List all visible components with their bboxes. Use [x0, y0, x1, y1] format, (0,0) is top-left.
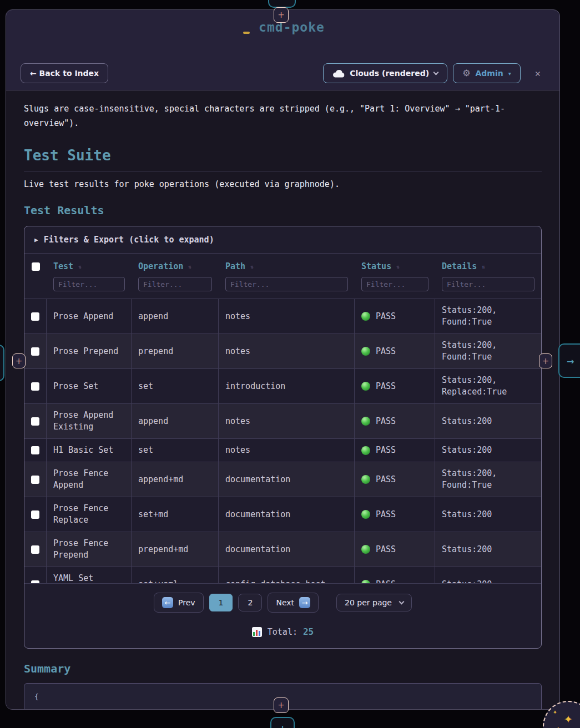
cell-operation: append	[132, 299, 219, 333]
status-label: PASS	[376, 416, 396, 427]
row-checkbox[interactable]	[31, 545, 39, 554]
filter-input-operation[interactable]	[138, 277, 212, 291]
pass-status-dot	[361, 580, 370, 583]
row-checkbox[interactable]	[31, 580, 39, 584]
cell-details: Status:200	[435, 439, 541, 462]
crystal-ball-icon	[241, 21, 253, 33]
table-row: H1 Basic Set set notes PASS Status:200	[24, 438, 541, 462]
right-arrow-icon: →	[299, 597, 310, 608]
clouds-dropdown-label: Clouds (rendered)	[350, 69, 429, 78]
top-add-button[interactable]: +	[274, 7, 289, 23]
sort-icon: ⇅	[482, 264, 485, 270]
cell-path: notes	[219, 334, 355, 368]
cell-details: Status:200	[435, 404, 541, 438]
prev-label: Prev	[178, 598, 195, 607]
page-content: Slugs are case-insensitive, special char…	[6, 90, 559, 710]
table-row: YAML Set Nested set+yaml config.database…	[24, 567, 541, 583]
total-label: Total:	[268, 627, 297, 637]
row-checkbox[interactable]	[31, 476, 39, 484]
row-checkbox[interactable]	[31, 446, 39, 454]
cell-operation: prepend	[132, 334, 219, 368]
admin-menu-label: Admin	[476, 69, 503, 78]
page-button-1[interactable]: 1	[209, 594, 233, 611]
pass-status-dot	[361, 417, 370, 426]
summary-heading: Summary	[24, 662, 542, 675]
sort-icon: ⇅	[78, 264, 82, 270]
filter-row	[24, 276, 541, 299]
cell-test: YAML Set Nested	[47, 567, 132, 583]
cell-operation: append	[132, 404, 219, 438]
table-row: Prose Append Existing append notes PASS …	[24, 403, 541, 438]
gear-icon: ⚙	[462, 69, 470, 78]
bottom-add-button[interactable]: +	[274, 697, 289, 713]
clouds-dropdown[interactable]: Clouds (rendered)	[323, 63, 447, 83]
pass-status-dot	[361, 475, 370, 484]
row-checkbox[interactable]	[31, 510, 39, 519]
back-to-index-button[interactable]: ← Back to Index	[21, 63, 108, 83]
total-value: 25	[303, 626, 314, 637]
cell-details: Status:200, Found:True	[435, 299, 541, 333]
status-label: PASS	[376, 474, 396, 486]
filter-input-details[interactable]	[442, 277, 534, 291]
per-page-select[interactable]: 20 per page	[336, 594, 412, 611]
filters-export-label: Filters & Export (click to expand)	[44, 235, 214, 245]
row-checkbox[interactable]	[31, 417, 39, 426]
toolbar-right: Clouds (rendered) ⚙ Admin ▾ ✕	[323, 63, 545, 83]
total-row: Total: 25	[24, 622, 541, 648]
row-checkbox[interactable]	[31, 382, 39, 391]
bar-chart-icon	[252, 627, 262, 637]
left-add-button[interactable]: +	[12, 353, 26, 368]
column-header-operation[interactable]: Operation⇅	[132, 261, 219, 271]
filter-input-path[interactable]	[225, 277, 348, 291]
column-header-status[interactable]: Status⇅	[355, 261, 435, 271]
cell-operation: set	[132, 369, 219, 403]
cell-test: Prose Fence Append	[47, 462, 132, 497]
page-button-2[interactable]: 2	[238, 594, 262, 611]
row-checkbox[interactable]	[31, 347, 39, 356]
right-add-button[interactable]: +	[539, 353, 552, 368]
filters-export-toggle[interactable]: ▶ Filters & Export (click to expand)	[24, 226, 541, 254]
cell-operation: set	[132, 439, 219, 462]
app-window: cmd-poke ← Back to Index Clouds (rendere…	[6, 9, 560, 710]
pass-status-dot	[361, 510, 370, 519]
test-suite-heading: Test Suite	[24, 147, 542, 164]
table-row: Prose Fence Append append+md documentati…	[24, 462, 541, 497]
cell-status: PASS	[355, 532, 435, 567]
admin-menu-button[interactable]: ⚙ Admin ▾	[453, 63, 521, 83]
cell-details: Status:200	[435, 532, 541, 567]
table-row: Prose Fence Prepend prepend+md documenta…	[24, 532, 541, 567]
cell-path: documentation	[219, 462, 355, 497]
cell-operation: set+md	[132, 497, 219, 532]
table-row: Prose Fence Replace set+md documentation…	[24, 497, 541, 532]
caret-down-icon: ▾	[508, 70, 511, 77]
toolbar: ← Back to Index Clouds (rendered) ⚙ Admi…	[21, 63, 545, 83]
sort-icon: ⇅	[188, 264, 191, 270]
filter-input-status[interactable]	[361, 277, 428, 291]
left-edge-nav-button[interactable]	[0, 345, 4, 381]
column-header-details[interactable]: Details⇅	[435, 261, 541, 271]
pass-status-dot	[361, 545, 370, 554]
pass-status-dot	[361, 347, 370, 356]
cell-path: notes	[219, 299, 355, 333]
test-suite-description: Live test results for poke operations (e…	[24, 179, 542, 189]
sparkle-icon: ✦	[564, 710, 573, 726]
column-header-test[interactable]: Test⇅	[47, 261, 132, 271]
cell-details: Status:200, Found:True	[435, 462, 541, 497]
cell-status: PASS	[355, 567, 435, 583]
right-edge-nav-button[interactable]: →	[558, 343, 580, 378]
next-label: Next	[276, 598, 294, 607]
select-all-checkbox[interactable]	[32, 262, 40, 271]
cell-test: Prose Fence Replace	[47, 497, 132, 532]
sparkle-icon: ✦	[556, 724, 560, 728]
next-page-button[interactable]: Next →	[268, 593, 319, 613]
prev-page-button[interactable]: ← Prev	[154, 593, 204, 613]
app-title: cmd-poke	[259, 20, 325, 34]
bottom-edge-nav-button[interactable]: +	[270, 717, 295, 728]
filter-input-test[interactable]	[53, 277, 125, 291]
row-checkbox[interactable]	[31, 312, 39, 321]
close-icon[interactable]: ✕	[531, 65, 545, 81]
top-edge-nav-button[interactable]	[268, 0, 296, 8]
column-header-path[interactable]: Path⇅	[219, 261, 355, 271]
intro-text: Slugs are case-insensitive, special char…	[24, 102, 542, 130]
cloud-icon	[332, 69, 345, 78]
